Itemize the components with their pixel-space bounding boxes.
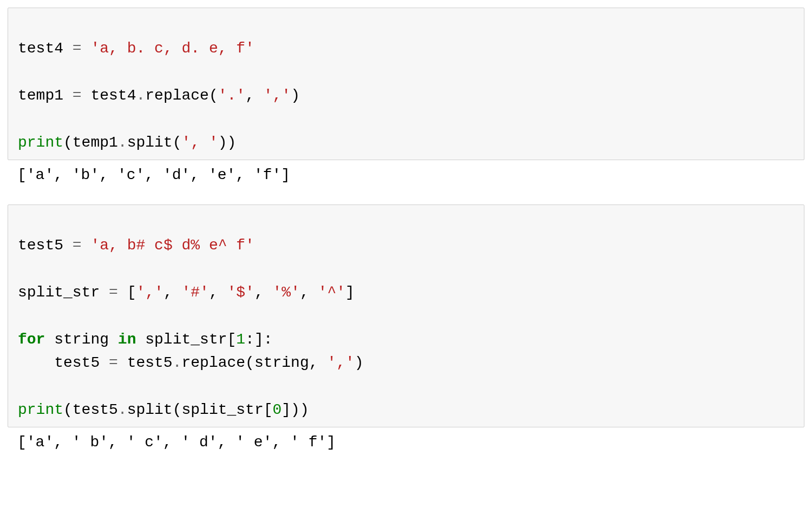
code-token: = <box>109 284 118 301</box>
code-token: replace(string, <box>181 354 327 371</box>
code-token: split_str <box>18 284 109 301</box>
code-token: , <box>300 284 318 301</box>
code-token: :]: <box>245 331 272 348</box>
code-token: , <box>254 284 273 301</box>
code-token: . <box>118 401 127 418</box>
output-text: ['a', 'b', 'c', 'd', 'e', 'f'] <box>17 167 290 183</box>
code-token: test5 <box>118 354 173 371</box>
code-token: . <box>118 134 127 151</box>
output-cell-2: ['a', ' b', ' c', ' d', ' e', ' f'] <box>8 427 804 460</box>
code-token: [ <box>118 284 136 301</box>
code-token: split(split_str[ <box>127 401 273 418</box>
code-token: test5 <box>18 237 73 254</box>
code-token: 1 <box>236 331 245 348</box>
code-token: ])) <box>281 401 309 418</box>
code-token: 'a, b. c, d. e, f' <box>90 40 254 57</box>
code-token: ',' <box>327 354 354 371</box>
code-token: test4 <box>82 87 136 104</box>
code-token: 0 <box>273 401 282 418</box>
code-token <box>82 40 91 57</box>
code-cell-1[interactable]: test4 = 'a, b. c, d. e, f' temp1 = test4… <box>8 8 804 160</box>
code-token: ) <box>291 87 300 104</box>
output-cell-1: ['a', 'b', 'c', 'd', 'e', 'f'] <box>8 160 804 193</box>
code-token: )) <box>218 134 237 151</box>
code-token: 'a, b# c$ d% e^ f' <box>90 237 254 254</box>
code-token: ) <box>355 354 364 371</box>
code-token: , <box>209 284 227 301</box>
code-token: replace( <box>145 87 218 104</box>
code-token: '^' <box>318 284 345 301</box>
code-token: '.' <box>218 87 245 104</box>
code-token: for <box>18 331 45 348</box>
code-token: , <box>163 284 182 301</box>
code-token: split( <box>127 134 182 151</box>
code-token: = <box>73 237 82 254</box>
code-token <box>82 237 91 254</box>
code-token: temp1 <box>18 87 73 104</box>
code-token: = <box>109 354 118 371</box>
code-token: ', ' <box>181 134 218 151</box>
code-token: string <box>45 331 117 348</box>
code-token: (temp1 <box>63 134 118 151</box>
code-token: in <box>118 331 136 348</box>
code-token: '$' <box>227 284 254 301</box>
code-token: ] <box>345 284 355 301</box>
code-token: '#' <box>181 284 208 301</box>
code-token: print <box>18 401 63 418</box>
code-cell-2[interactable]: test5 = 'a, b# c$ d% e^ f' split_str = [… <box>8 204 804 428</box>
code-token: (test5 <box>63 401 118 418</box>
output-text: ['a', ' b', ' c', ' d', ' e', ' f'] <box>17 434 336 451</box>
code-token: = <box>73 87 82 104</box>
code-token: '%' <box>273 284 300 301</box>
code-token: test4 <box>18 40 73 57</box>
code-token: split_str[ <box>136 331 236 348</box>
notebook-container: test4 = 'a, b. c, d. e, f' temp1 = test4… <box>0 8 812 461</box>
code-token: test5 <box>18 354 109 371</box>
code-token: ',' <box>264 87 291 104</box>
code-token: , <box>245 87 264 104</box>
code-token: . <box>173 354 182 371</box>
code-token: print <box>18 134 63 151</box>
code-token: = <box>73 40 82 57</box>
code-token: . <box>136 87 145 104</box>
code-token: ',' <box>136 284 163 301</box>
